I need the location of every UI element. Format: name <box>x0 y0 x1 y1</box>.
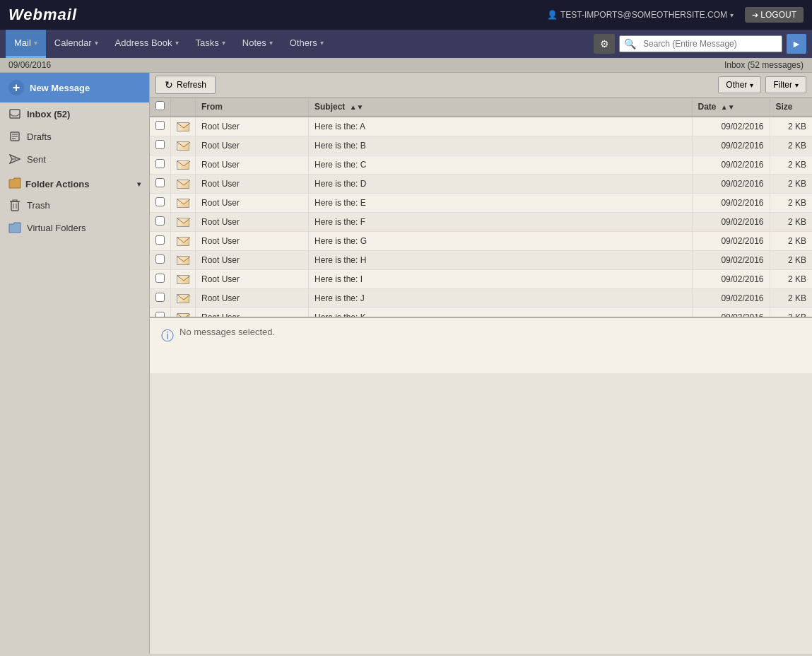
refresh-label: Refresh <box>177 80 206 90</box>
folder-actions-label: Folder Actions <box>25 179 90 189</box>
row-checkbox[interactable] <box>155 178 165 187</box>
col-size-label: Size <box>776 102 793 112</box>
row-icon-cell <box>171 117 196 136</box>
logout-button[interactable]: ➔ LOGOUT <box>745 7 804 23</box>
nav-item-others[interactable]: Others ▾ <box>281 30 332 58</box>
row-subject-cell: Here is the: F <box>309 213 693 232</box>
sidebar-item-virtual-folders[interactable]: Virtual Folders <box>0 216 149 239</box>
row-icon-cell <box>171 156 196 175</box>
sidebar-item-inbox[interactable]: Inbox (52) <box>0 102 149 125</box>
search-button[interactable]: ► <box>787 34 806 54</box>
row-checkbox[interactable] <box>155 159 165 168</box>
row-checkbox[interactable] <box>155 274 165 283</box>
row-date-cell: 09/02/2016 <box>692 194 770 213</box>
table-row[interactable]: Root User Here is the: J 09/02/2016 2 KB <box>150 289 812 308</box>
logo-area: Webmail <box>8 6 77 24</box>
row-date-cell: 09/02/2016 <box>692 136 770 156</box>
user-area: 👤 TEST-IMPORTS@SOMEOTHERSITE.COM ▾ ➔ LOG… <box>547 7 804 23</box>
sidebar-inbox-label: Inbox (52) <box>27 109 70 119</box>
table-row[interactable]: Root User Here is the: G 09/02/2016 2 KB <box>150 232 812 251</box>
trash-icon <box>8 199 21 211</box>
other-button[interactable]: Other ▾ <box>718 76 761 93</box>
row-size-cell: 2 KB <box>770 194 812 213</box>
row-check-cell <box>150 175 171 194</box>
settings-button[interactable]: ⚙ <box>594 34 615 54</box>
nav-item-tasks[interactable]: Tasks ▾ <box>187 30 234 58</box>
table-row[interactable]: Root User Here is the: K 09/02/2016 2 KB <box>150 308 812 317</box>
col-header-subject[interactable]: Subject ▲▼ <box>309 98 693 117</box>
date-sort-icon: ▲▼ <box>721 103 735 111</box>
table-row[interactable]: Root User Here is the: I 09/02/2016 2 KB <box>150 270 812 289</box>
nav-item-notes[interactable]: Notes ▾ <box>234 30 281 58</box>
row-check-cell <box>150 232 171 251</box>
envelope-icon <box>177 256 189 265</box>
table-row[interactable]: Root User Here is the: C 09/02/2016 2 KB <box>150 156 812 175</box>
sidebar-sent-label: Sent <box>27 154 46 165</box>
message-table-body: Root User Here is the: A 09/02/2016 2 KB… <box>150 117 812 317</box>
nav-item-address-book[interactable]: Address Book ▾ <box>107 30 187 58</box>
table-row[interactable]: Root User Here is the: F 09/02/2016 2 KB <box>150 213 812 232</box>
sidebar-mail-section: Inbox (52) Drafts Sent <box>0 102 149 170</box>
user-icon: 👤 <box>547 10 558 20</box>
logout-label: LOGOUT <box>760 10 796 20</box>
table-row[interactable]: Root User Here is the: D 09/02/2016 2 KB <box>150 175 812 194</box>
row-check-cell <box>150 213 171 232</box>
row-icon-cell <box>171 308 196 317</box>
row-checkbox[interactable] <box>155 254 165 264</box>
row-checkbox[interactable] <box>155 216 165 226</box>
sidebar-folder-actions[interactable]: Folder Actions ▾ <box>0 170 149 194</box>
col-header-size: Size <box>770 98 812 117</box>
nav-label-tasks: Tasks <box>196 37 219 48</box>
row-checkbox[interactable] <box>155 197 165 206</box>
content-area: ↻ Refresh Other ▾ Filter ▾ <box>150 73 812 654</box>
row-size-cell: 2 KB <box>770 289 812 308</box>
nav-label-notes: Notes <box>242 37 266 48</box>
row-check-cell <box>150 289 171 308</box>
row-icon-cell <box>171 232 196 251</box>
row-from-cell: Root User <box>196 194 309 213</box>
other-label: Other <box>726 80 747 90</box>
new-message-button[interactable]: + New Message <box>0 73 149 102</box>
top-bar: Webmail 👤 TEST-IMPORTS@SOMEOTHERSITE.COM… <box>0 0 812 30</box>
row-check-cell <box>150 156 171 175</box>
toolbar: ↻ Refresh Other ▾ Filter ▾ <box>150 73 812 98</box>
nav-item-mail[interactable]: Mail ▾ <box>6 30 46 58</box>
inbox-summary-datebar: Inbox (52 messages) <box>724 60 804 70</box>
sidebar-item-trash[interactable]: Trash <box>0 194 149 216</box>
row-checkbox[interactable] <box>155 293 165 302</box>
folder-icon <box>8 177 21 191</box>
logout-icon: ➔ <box>752 11 758 19</box>
sidebar-item-sent[interactable]: Sent <box>0 148 149 170</box>
refresh-button[interactable]: ↻ Refresh <box>155 76 216 94</box>
table-row[interactable]: Root User Here is the: E 09/02/2016 2 KB <box>150 194 812 213</box>
virtual-folders-icon <box>8 221 21 234</box>
row-subject-cell: Here is the: H <box>309 251 693 270</box>
table-row[interactable]: Root User Here is the: B 09/02/2016 2 KB <box>150 136 812 156</box>
select-all-checkbox[interactable] <box>155 101 165 110</box>
row-subject-cell: Here is the: D <box>309 175 693 194</box>
row-checkbox[interactable] <box>155 121 165 130</box>
message-table-wrapper: From Subject ▲▼ Date ▲▼ Size <box>150 98 812 317</box>
col-header-date[interactable]: Date ▲▼ <box>692 98 770 117</box>
row-from-cell: Root User <box>196 308 309 317</box>
sidebar-item-drafts[interactable]: Drafts <box>0 125 149 148</box>
row-from-cell: Root User <box>196 175 309 194</box>
col-header-check <box>150 98 171 117</box>
row-checkbox[interactable] <box>155 312 165 317</box>
col-date-label: Date <box>698 102 717 112</box>
row-check-cell <box>150 251 171 270</box>
nav-item-calendar[interactable]: Calendar ▾ <box>46 30 107 58</box>
table-row[interactable]: Root User Here is the: H 09/02/2016 2 KB <box>150 251 812 270</box>
col-header-from[interactable]: From <box>196 98 309 117</box>
row-checkbox[interactable] <box>155 140 165 149</box>
row-size-cell: 2 KB <box>770 308 812 317</box>
row-checkbox[interactable] <box>155 235 165 245</box>
filter-button[interactable]: Filter ▾ <box>765 76 806 93</box>
search-input[interactable] <box>640 36 782 52</box>
nav-label-address-book: Address Book <box>115 37 172 48</box>
table-row[interactable]: Root User Here is the: A 09/02/2016 2 KB <box>150 117 812 136</box>
row-subject-cell: Here is the: A <box>309 117 693 136</box>
row-from-cell: Root User <box>196 213 309 232</box>
user-expand-icon[interactable]: ▾ <box>730 11 734 19</box>
no-messages-text: No messages selected. <box>180 327 275 337</box>
